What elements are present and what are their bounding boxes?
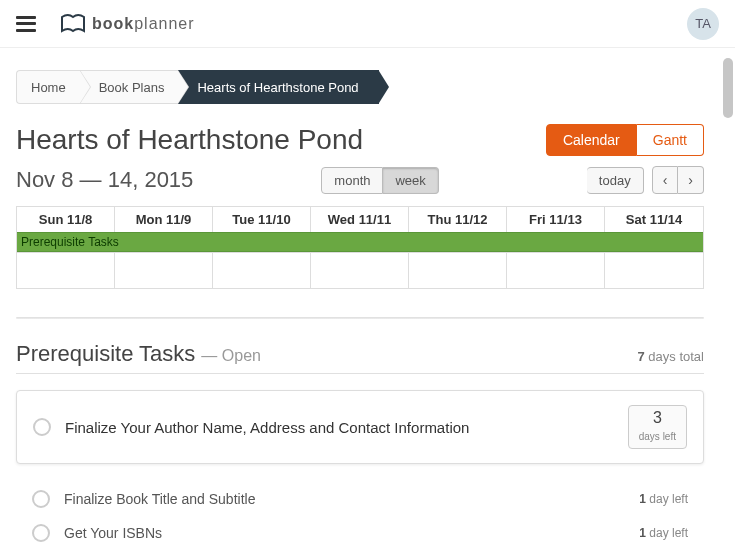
today-seg: today xyxy=(587,167,644,194)
task-radio[interactable] xyxy=(32,490,50,508)
nav-seg: ‹ › xyxy=(652,166,704,194)
task-title: Finalize Book Title and Subtitle xyxy=(64,491,255,507)
week-header: Sun 11/8 xyxy=(17,207,115,232)
breadcrumb-current: Hearts of Hearthstone Pond xyxy=(178,70,378,104)
section-header: Prerequisite Tasks — Open 7 days total xyxy=(16,341,704,374)
week-header: Fri 11/13 xyxy=(507,207,605,232)
range-row: Nov 8 — 14, 2015 month week today ‹ › xyxy=(16,166,704,194)
scale-toggle: month week xyxy=(321,167,439,194)
day-cell[interactable] xyxy=(605,252,703,288)
week-button[interactable]: week xyxy=(383,167,438,194)
task-title: Finalize Your Author Name, Address and C… xyxy=(65,419,469,436)
topbar: bookplanner TA xyxy=(0,0,735,48)
day-cell[interactable] xyxy=(213,252,311,288)
logo[interactable]: bookplanner xyxy=(60,13,195,35)
week-header-row: Sun 11/8 Mon 11/9 Tue 11/10 Wed 11/11 Th… xyxy=(17,207,703,232)
featured-task[interactable]: Finalize Your Author Name, Address and C… xyxy=(16,390,704,464)
divider xyxy=(16,317,704,319)
task-row[interactable]: Get Your ISBNs 1 day left xyxy=(16,516,704,550)
week-header: Sat 11/14 xyxy=(605,207,703,232)
task-row[interactable]: Finalize Book Title and Subtitle 1 day l… xyxy=(16,482,704,516)
days-total: 7 days total xyxy=(638,349,705,364)
month-button[interactable]: month xyxy=(321,167,383,194)
section-status: — Open xyxy=(201,347,261,365)
day-cell[interactable] xyxy=(507,252,605,288)
gantt-button[interactable]: Gantt xyxy=(637,124,704,156)
week-cells xyxy=(17,252,703,288)
breadcrumb: Home Book Plans Hearts of Hearthstone Po… xyxy=(16,70,704,104)
avatar[interactable]: TA xyxy=(687,8,719,40)
content: Home Book Plans Hearts of Hearthstone Po… xyxy=(0,70,720,551)
week-band[interactable]: Prerequisite Tasks xyxy=(17,232,703,252)
section-title: Prerequisite Tasks xyxy=(16,341,195,367)
day-cell[interactable] xyxy=(17,252,115,288)
breadcrumb-book-plans[interactable]: Book Plans xyxy=(80,70,179,104)
task-days-left: 1 day left xyxy=(639,526,688,540)
days-left-pill: 3 days left xyxy=(628,405,687,449)
week-grid: Sun 11/8 Mon 11/9 Tue 11/10 Wed 11/11 Th… xyxy=(16,206,704,289)
today-button[interactable]: today xyxy=(587,167,644,194)
page-title: Hearts of Hearthstone Pond xyxy=(16,124,363,156)
week-header: Wed 11/11 xyxy=(311,207,409,232)
calendar-button[interactable]: Calendar xyxy=(546,124,637,156)
task-radio[interactable] xyxy=(33,418,51,436)
book-icon xyxy=(60,13,86,35)
task-days-left: 1 day left xyxy=(639,492,688,506)
menu-icon[interactable] xyxy=(16,16,36,32)
day-cell[interactable] xyxy=(311,252,409,288)
prev-button[interactable]: ‹ xyxy=(652,166,679,194)
logo-text: bookplanner xyxy=(92,15,195,33)
date-range: Nov 8 — 14, 2015 xyxy=(16,167,193,193)
day-cell[interactable] xyxy=(409,252,507,288)
week-header: Tue 11/10 xyxy=(213,207,311,232)
week-header: Mon 11/9 xyxy=(115,207,213,232)
day-cell[interactable] xyxy=(115,252,213,288)
scrollbar-thumb[interactable] xyxy=(723,58,733,118)
scrollbar[interactable] xyxy=(723,48,733,551)
next-button[interactable]: › xyxy=(678,166,704,194)
title-row: Hearts of Hearthstone Pond Calendar Gant… xyxy=(16,124,704,156)
week-header: Thu 11/12 xyxy=(409,207,507,232)
task-radio[interactable] xyxy=(32,524,50,542)
view-toggle: Calendar Gantt xyxy=(546,124,704,156)
task-title: Get Your ISBNs xyxy=(64,525,162,541)
breadcrumb-home[interactable]: Home xyxy=(16,70,80,104)
